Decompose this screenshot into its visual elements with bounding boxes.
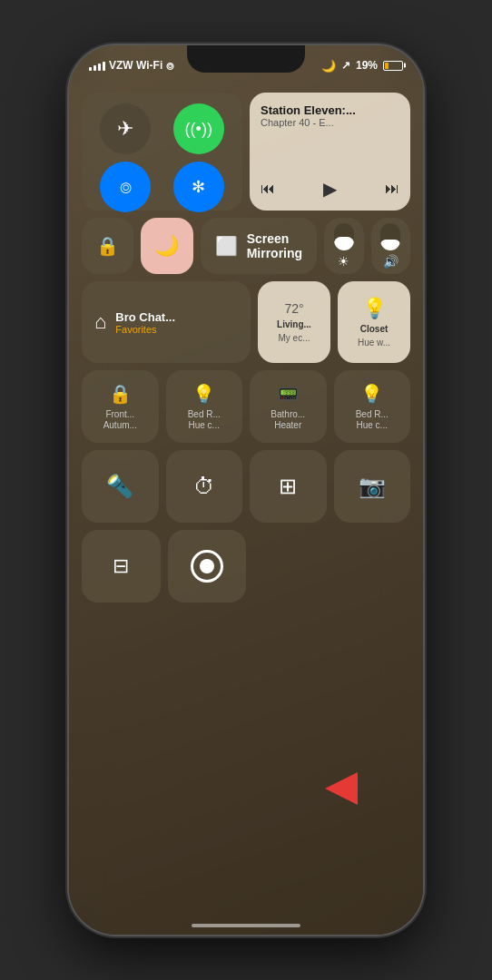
bathroom-icon: 📟 bbox=[277, 383, 300, 405]
timer-btn[interactable]: ⏱ bbox=[166, 450, 243, 523]
home-sub: Favorites bbox=[115, 324, 175, 335]
closet-label-1: Closet bbox=[360, 324, 389, 334]
bathroom-label: Bathro...Heater bbox=[271, 409, 305, 431]
media-title: Station Eleven:... bbox=[261, 103, 399, 117]
bathroom-heater-btn[interactable]: 📟 Bathro...Heater bbox=[250, 370, 327, 443]
cellular-btn[interactable]: ((•)) bbox=[166, 103, 232, 154]
rotation-lock-icon: 🔒 bbox=[96, 235, 119, 257]
bluetooth-btn[interactable]: ✻ bbox=[166, 162, 232, 212]
remote-icon: ⊟ bbox=[113, 554, 129, 578]
wifi-btn-icon: ⌾ bbox=[100, 162, 151, 212]
battery-icon bbox=[383, 61, 403, 71]
bottom-row: ⊟ bbox=[82, 530, 410, 603]
signal-bar-1 bbox=[89, 67, 92, 71]
bed-r1-icon: 💡 bbox=[192, 383, 215, 405]
carrier-label: VZW Wi-Fi bbox=[109, 59, 162, 72]
screen-mirror-btn[interactable]: ⬜ Screen Mirroring bbox=[201, 218, 317, 274]
cellular-icon: ((•)) bbox=[173, 103, 224, 154]
volume-icon: 🔊 bbox=[383, 254, 399, 269]
do-not-disturb-btn[interactable]: 🌙 bbox=[141, 218, 192, 274]
front-door-btn[interactable]: 🔒 Front...Autum... bbox=[82, 370, 159, 443]
bed-r2-label: Bed R...Hue c... bbox=[356, 409, 389, 431]
living-accessory-btn[interactable]: 72° Living... My ec... bbox=[258, 281, 330, 363]
media-panel[interactable]: Station Eleven:... Chapter 40 - E... ⏮ ▶… bbox=[250, 93, 410, 211]
closet-hue-btn[interactable]: 💡 Closet Hue w... bbox=[338, 281, 410, 363]
screen-record-btn[interactable] bbox=[168, 530, 247, 603]
bed-r2-icon: 💡 bbox=[360, 383, 383, 405]
home-title: Bro Chat... bbox=[115, 310, 175, 324]
brightness-track bbox=[334, 223, 354, 250]
remote-btn[interactable]: ⊟ bbox=[82, 530, 161, 603]
phone-frame: VZW Wi-Fi ⌾ 🌙 ↗ 19% 📹 FaceTime bbox=[69, 45, 423, 935]
front-door-label: Front...Autum... bbox=[103, 409, 137, 431]
wifi-btn[interactable]: ⌾ bbox=[93, 162, 159, 212]
bed-r1-label: Bed R...Hue c... bbox=[188, 409, 221, 431]
play-btn[interactable]: ▶ bbox=[323, 178, 337, 200]
status-left: VZW Wi-Fi ⌾ bbox=[89, 58, 173, 73]
signal-bars bbox=[89, 60, 105, 71]
red-arrow-indicator bbox=[325, 772, 358, 805]
wifi-icon: ⌾ bbox=[166, 58, 173, 73]
screen-mirror-label: Screen Mirroring bbox=[247, 231, 302, 260]
accessories-row: 🔒 Front...Autum... 💡 Bed R...Hue c... 📟 … bbox=[82, 370, 410, 443]
calculator-btn[interactable]: ⊞ bbox=[250, 450, 327, 523]
battery-percent: 19% bbox=[356, 59, 378, 72]
flashlight-icon: 🔦 bbox=[106, 474, 133, 499]
signal-bar-2 bbox=[93, 65, 96, 71]
screen-mirror-icon: ⬜ bbox=[215, 235, 238, 257]
network-panel: ✈ ((•)) ⌾ ✻ bbox=[82, 93, 242, 211]
moon-do-not-disturb-icon: 🌙 bbox=[154, 234, 179, 258]
bed-r2-btn[interactable]: 💡 Bed R...Hue c... bbox=[334, 370, 411, 443]
control-center-content: ✈ ((•)) ⌾ ✻ bbox=[69, 85, 423, 935]
utilities-row: 🔦 ⏱ ⊞ 📷 bbox=[82, 450, 410, 523]
closet-icon: 💡 bbox=[362, 297, 387, 320]
bluetooth-icon: ✻ bbox=[173, 162, 224, 212]
record-outer-circle bbox=[191, 550, 223, 583]
home-row: ⌂ Bro Chat... Favorites 72° Living... My… bbox=[82, 281, 410, 363]
skip-back-btn[interactable]: ⏮ bbox=[261, 181, 275, 197]
moon-icon: 🌙 bbox=[321, 59, 336, 73]
brightness-icon: ☀ bbox=[338, 254, 349, 269]
record-inner-circle bbox=[200, 559, 214, 573]
signal-bar-4 bbox=[103, 62, 105, 71]
camera-icon: 📷 bbox=[359, 474, 386, 499]
media-info: Station Eleven:... Chapter 40 - E... bbox=[261, 103, 399, 128]
signal-bar-3 bbox=[98, 64, 101, 71]
home-indicator[interactable] bbox=[192, 924, 300, 927]
living-label-2: My ec... bbox=[278, 333, 310, 343]
timer-icon: ⏱ bbox=[193, 474, 215, 499]
media-controls: ⏮ ▶ ⏭ bbox=[261, 178, 399, 200]
brightness-fill bbox=[334, 237, 354, 250]
phone-screen: VZW Wi-Fi ⌾ 🌙 ↗ 19% 📹 FaceTime bbox=[69, 45, 423, 935]
airplane-btn[interactable]: ✈ bbox=[93, 103, 159, 154]
living-label-1: Living... bbox=[277, 319, 311, 329]
brightness-slider[interactable]: ☀ bbox=[324, 218, 363, 274]
controls-row: 🔒 🌙 ⬜ Screen Mirroring ☀ bbox=[82, 218, 410, 274]
notch bbox=[187, 45, 305, 73]
closet-label-2: Hue w... bbox=[358, 338, 390, 348]
battery-fill bbox=[385, 63, 389, 69]
media-subtitle: Chapter 40 - E... bbox=[261, 117, 399, 128]
skip-fwd-btn[interactable]: ⏭ bbox=[385, 181, 399, 197]
camera-btn[interactable]: 📷 bbox=[334, 450, 411, 523]
volume-slider[interactable]: 🔊 bbox=[371, 218, 410, 274]
bed-r1-btn[interactable]: 💡 Bed R...Hue c... bbox=[166, 370, 243, 443]
home-text: Bro Chat... Favorites bbox=[115, 310, 175, 335]
top-row: ✈ ((•)) ⌾ ✻ bbox=[82, 93, 410, 211]
empty-space bbox=[253, 530, 410, 603]
volume-track bbox=[380, 223, 400, 250]
home-app-btn[interactable]: ⌂ Bro Chat... Favorites bbox=[82, 281, 251, 363]
calculator-icon: ⊞ bbox=[279, 474, 297, 499]
volume-fill bbox=[380, 240, 400, 250]
airplane-icon: ✈ bbox=[100, 103, 151, 154]
home-app-icon: ⌂ bbox=[94, 310, 106, 334]
flashlight-btn[interactable]: 🔦 bbox=[82, 450, 159, 523]
living-icon: 72° bbox=[284, 301, 303, 316]
front-door-icon: 🔒 bbox=[109, 383, 132, 405]
battery-container bbox=[383, 61, 403, 71]
location-icon: ↗ bbox=[341, 59, 350, 72]
status-right: 🌙 ↗ 19% bbox=[321, 59, 403, 73]
rotation-lock-btn[interactable]: 🔒 bbox=[82, 218, 133, 274]
